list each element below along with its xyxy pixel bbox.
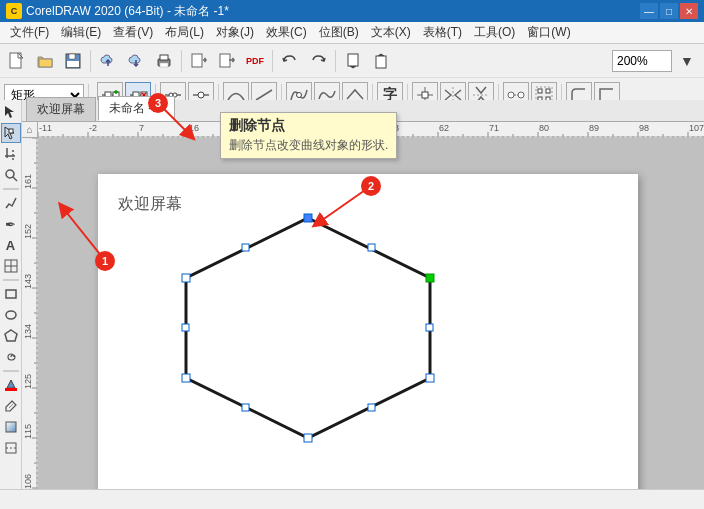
zoom-level[interactable]: 200% (612, 50, 672, 72)
table-tool-button[interactable] (1, 256, 21, 276)
new-button[interactable] (4, 48, 30, 74)
menu-layout[interactable]: 布局(L) (159, 22, 210, 43)
tooltip-description: 删除节点改变曲线对象的形状. (229, 137, 388, 154)
menu-object[interactable]: 对象(J) (210, 22, 260, 43)
tab-welcome[interactable]: 欢迎屏幕 (26, 97, 96, 121)
node-edge-right (426, 324, 433, 331)
svg-line-64 (9, 404, 13, 408)
export-button[interactable] (214, 48, 240, 74)
annotation-1-svg: 1 (43, 188, 143, 268)
svg-line-69 (63, 208, 103, 258)
svg-rect-10 (192, 54, 202, 67)
node-bottomright (426, 374, 434, 382)
print-button[interactable] (151, 48, 177, 74)
text-tool-button[interactable]: A (1, 235, 21, 255)
home-icon: ⌂ (26, 124, 32, 135)
svg-text:1: 1 (102, 255, 108, 267)
svg-line-72 (318, 188, 368, 223)
menu-bar: 文件(F) 编辑(E) 查看(V) 布局(L) 对象(J) 效果(C) 位图(B… (0, 22, 704, 44)
arrow-up-button[interactable] (368, 48, 394, 74)
menu-effects[interactable]: 效果(C) (260, 22, 313, 43)
tool-sep-1 (3, 188, 19, 190)
zoom-dropdown-button[interactable]: ▼ (674, 48, 700, 74)
redo-button[interactable] (305, 48, 331, 74)
svg-point-35 (297, 93, 302, 98)
separator-2 (181, 50, 182, 72)
annotation-2-svg: 2 (298, 158, 418, 258)
svg-rect-12 (220, 54, 230, 67)
tooltip: 删除节点 删除节点改变曲线对象的形状. (220, 112, 397, 159)
svg-point-55 (6, 170, 14, 178)
crop-tool-button[interactable] (1, 144, 21, 164)
cloud-upload-button[interactable] (95, 48, 121, 74)
menu-bitmap[interactable]: 位图(B) (313, 22, 365, 43)
app-icon: C (6, 3, 22, 19)
svg-point-61 (6, 311, 16, 319)
menu-text[interactable]: 文本(X) (365, 22, 417, 43)
svg-rect-1 (39, 59, 52, 67)
tool-sep-3 (3, 370, 19, 372)
svg-text:2: 2 (368, 180, 374, 192)
menu-table[interactable]: 表格(T) (417, 22, 468, 43)
transparency-tool-button[interactable] (1, 438, 21, 458)
node-bottom (304, 434, 312, 442)
fill-tool-button[interactable] (1, 375, 21, 395)
menu-window[interactable]: 窗口(W) (521, 22, 576, 43)
node-topright (426, 274, 434, 282)
spiral-tool-button[interactable] (1, 347, 21, 367)
cloud-download-button[interactable] (123, 48, 149, 74)
select-tool-button[interactable] (1, 102, 21, 122)
node-edge-left (182, 324, 189, 331)
tooltip-title: 删除节点 (229, 117, 388, 135)
polygon-tool-button[interactable] (1, 326, 21, 346)
standard-toolbar: PDF 200% ▼ (0, 44, 704, 78)
import-button[interactable] (186, 48, 212, 74)
svg-marker-62 (5, 330, 17, 341)
svg-rect-51 (9, 129, 13, 133)
svg-rect-14 (348, 54, 358, 66)
annotation-3-svg: 3 (150, 95, 230, 155)
save-button[interactable] (60, 48, 86, 74)
node-bottomleft (182, 374, 190, 382)
svg-point-42 (518, 92, 524, 98)
menu-file[interactable]: 文件(F) (4, 22, 55, 43)
tool-sep-2 (3, 279, 19, 281)
svg-rect-63 (5, 388, 17, 391)
svg-rect-45 (538, 89, 542, 93)
maximize-button[interactable]: □ (660, 3, 678, 19)
close-button[interactable]: ✕ (680, 3, 698, 19)
undo-button[interactable] (277, 48, 303, 74)
svg-rect-38 (422, 92, 428, 98)
svg-rect-65 (6, 422, 16, 432)
svg-marker-49 (5, 106, 14, 118)
interactive-fill-button[interactable] (1, 417, 21, 437)
open-button[interactable] (32, 48, 58, 74)
canvas-area[interactable]: ⌂ 欢迎屏幕 (22, 122, 704, 489)
pen-tool-button[interactable]: ✒ (1, 214, 21, 234)
separator-1 (90, 50, 91, 72)
ellipse-tool-button[interactable] (1, 305, 21, 325)
rect-tool-button[interactable] (1, 284, 21, 304)
window-controls[interactable]: — □ ✕ (640, 3, 698, 19)
svg-text:3: 3 (155, 97, 161, 109)
pdf-export-button[interactable]: PDF (242, 48, 268, 74)
zoom-tool-button[interactable] (1, 165, 21, 185)
canvas-bg: 欢迎屏幕 (38, 138, 704, 489)
node-topleft (182, 274, 190, 282)
svg-line-56 (13, 177, 17, 181)
menu-view[interactable]: 查看(V) (107, 22, 159, 43)
node-tool-button[interactable] (1, 123, 21, 143)
ruler-corner[interactable]: ⌂ (22, 122, 38, 138)
eyedropper-tool-button[interactable] (1, 396, 21, 416)
separator-3 (272, 50, 273, 72)
freehand-tool-button[interactable] (1, 193, 21, 213)
node-edge-bottomright (368, 404, 375, 411)
ruler-left (22, 138, 38, 489)
svg-rect-16 (376, 56, 386, 68)
arrow-down-button[interactable] (340, 48, 366, 74)
menu-edit[interactable]: 编辑(E) (55, 22, 107, 43)
title-text: CorelDRAW 2020 (64-Bit) - 未命名 -1* (26, 3, 640, 20)
minimize-button[interactable]: — (640, 3, 658, 19)
separator-4 (335, 50, 336, 72)
menu-tools[interactable]: 工具(O) (468, 22, 521, 43)
